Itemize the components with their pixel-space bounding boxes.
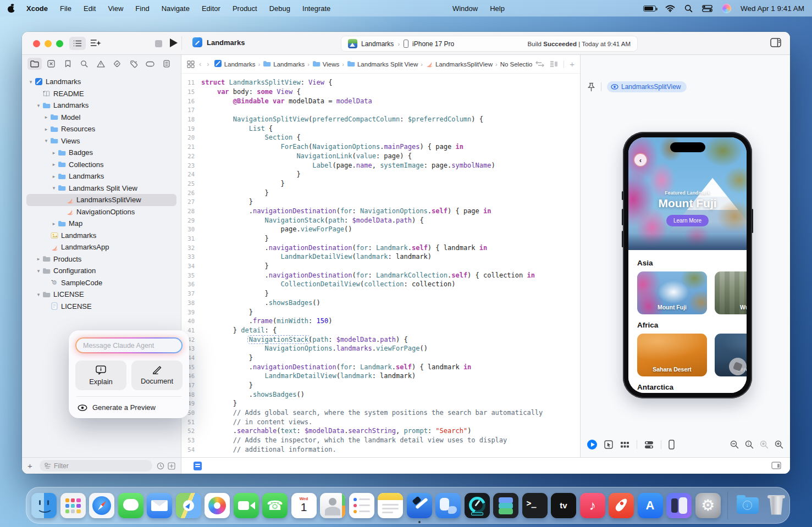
dock-terminal-icon[interactable]: >_ [522,493,548,518]
related-items-icon[interactable] [187,60,195,68]
back-chevron[interactable]: ‹ [198,60,202,68]
sidebar-item-samplecode[interactable]: ⚙SampleCode [22,277,181,289]
disclosure-chevron[interactable]: ▸ [51,221,57,226]
code-line-22[interactable]: 22 NavigationLink(value: page) { [181,152,580,161]
dock-trash-icon[interactable] [764,493,789,518]
dock-safari-icon[interactable] [89,493,114,518]
iphone-preview[interactable]: ‹ Featured Landmark Mount Fuji Learn Mor… [623,132,752,398]
dock-messages-icon[interactable] [118,493,143,518]
dock-phone-icon[interactable]: ☎ [262,493,288,518]
build-status[interactable]: Build Succeeded | Today at 9:41 AM [527,41,631,47]
dock-xcode-icon[interactable] [407,493,432,518]
variants-grid-icon[interactable] [620,441,629,448]
navigator-tab-debug[interactable] [143,58,157,70]
preview-cta[interactable]: Learn More [666,215,709,226]
landmark-card-sahara-desert[interactable]: Sahara Desert [637,334,707,376]
dock-contacts-icon[interactable] [320,493,345,518]
code-line-27[interactable]: 27 } [181,197,580,207]
code-line-26[interactable]: 26 } [181,188,580,197]
battery-icon[interactable] [643,5,656,12]
menu-find[interactable]: Find [135,4,149,13]
sidebar-item-readme[interactable]: README [22,88,181,100]
code-line-15[interactable]: 15 var body: some View { [181,87,580,97]
filter-field[interactable]: Filter [40,460,152,471]
breadcrumb-landmarks[interactable]: Landmarks [263,60,305,68]
landmark-card-serengeti[interactable]: Serengeti [715,334,747,376]
menu-file[interactable]: File [60,4,71,13]
disclosure-chevron[interactable]: ▾ [43,138,49,143]
navigator-tab-reports[interactable] [159,58,174,70]
disclosure-chevron[interactable]: ▾ [35,103,42,108]
code-line-25[interactable]: 25 } [181,179,580,188]
spotlight-icon[interactable] [684,4,693,13]
navigator-tab-source-control[interactable] [44,58,58,70]
disclosure-chevron[interactable]: ▸ [51,150,57,156]
code-line-45[interactable]: 45 .navigationDestination(for: Landmark.… [181,362,580,371]
code-line-38[interactable]: 38 .showsBadges() [181,298,580,308]
back-button[interactable]: ‹ [634,154,647,166]
landmark-card-mount-fuji[interactable]: Mount Fuji [637,271,707,314]
control-center-icon[interactable] [702,5,712,12]
minimap-icon[interactable] [550,60,558,68]
dock-iphone-mirroring-icon[interactable] [666,493,692,518]
menu-clock[interactable]: Wed Apr 1 9:41 AM [741,4,804,13]
sidebar-item-landmarks[interactable]: Landmarks [22,230,181,242]
dock-rocket-icon[interactable] [609,493,634,518]
code-line-54[interactable]: 54 // additional information. [181,445,580,454]
disclosure-chevron[interactable]: ▸ [35,256,42,262]
disclosure-chevron[interactable]: ▸ [43,126,49,132]
disclosure-chevron[interactable]: ▾ [35,268,42,274]
sidebar-item-map[interactable]: ▸Map [22,218,181,230]
generate-preview-button[interactable]: Generate a Preview [75,401,183,413]
scheme-destination[interactable]: iPhone 17 Pro [412,40,454,48]
navigator-tab-test-plans[interactable] [126,58,141,70]
landmark-card-wuling[interactable]: Wuling [715,271,747,314]
disclosure-chevron[interactable]: ▸ [43,114,49,120]
code-line-46[interactable]: 46 LandmarkDetailView(landmark: landmark… [181,371,580,381]
code-line-20[interactable]: 20 Section { [181,133,580,142]
navigator-tab-find[interactable] [77,58,91,70]
sidebar-item-views[interactable]: ▾Views [22,135,181,147]
scm-status-filter-icon[interactable] [168,462,175,470]
zoom-actual-icon[interactable]: 1 [745,440,754,449]
disclosure-chevron[interactable]: ▾ [51,185,57,191]
menu-window[interactable]: Window [452,4,478,13]
code-line-30[interactable]: 30 page.viewForPage() [181,225,580,234]
code-line-32[interactable]: 32 .navigationDestination(for: Landmark.… [181,243,580,252]
menu-help[interactable]: Help [490,4,505,13]
apple-menu-icon[interactable] [8,4,15,13]
zoom-out-icon[interactable] [730,440,739,449]
explain-button[interactable]: Explain [75,360,126,390]
menu-editor[interactable]: Editor [202,4,220,13]
run-button[interactable] [170,38,178,47]
sidebar-item-collections[interactable]: ▸Collections [22,159,181,171]
breadcrumb-landmarks-split-view[interactable]: Landmarks Split View [347,60,418,68]
dock-simulator-icon[interactable] [435,493,461,518]
device-settings-icon[interactable] [644,441,654,449]
code-line-21[interactable]: 21 ForEach(NavigationOptions.mainPages) … [181,142,580,152]
code-line-50[interactable]: 50 // Adds global search, where the syst… [181,408,580,418]
code-line-47[interactable]: 47 } [181,381,580,390]
code-line-36[interactable]: 36 CollectionDetailView(collection: coll… [181,280,580,289]
code-line-39[interactable]: 39 } [181,307,580,317]
sidebar-item-landmarks[interactable]: ▾Landmarks [22,76,181,88]
recent-files-icon[interactable] [157,462,164,470]
close-button[interactable] [33,40,40,47]
navigator-tab-project[interactable] [27,58,42,70]
disclosure-chevron[interactable]: ▾ [27,79,34,85]
dock-mail-icon[interactable] [147,493,172,518]
sidebar-item-landmarkssplitview[interactable]: LandmarksSplitView [22,194,181,206]
dock-maps-icon[interactable] [176,493,201,518]
dock-app-store-icon[interactable]: A [638,493,663,518]
code-line-34[interactable]: 34 } [181,262,580,271]
disclosure-chevron[interactable]: ▸ [51,162,57,167]
sidebar-item-navigationoptions[interactable]: NavigationOptions [22,206,181,218]
window-tab[interactable]: Landmarks [192,37,245,47]
sidebar-item-license[interactable]: ▾LICENSE [22,289,181,301]
inspector-toggle-button[interactable] [770,38,781,49]
counterparts-icon[interactable] [535,60,544,68]
claude-sparkle-button[interactable] [90,38,101,51]
siri-icon[interactable] [722,4,731,13]
menu-xcode[interactable]: Xcode [26,4,48,13]
scheme-app[interactable]: Landmarks [361,40,394,48]
